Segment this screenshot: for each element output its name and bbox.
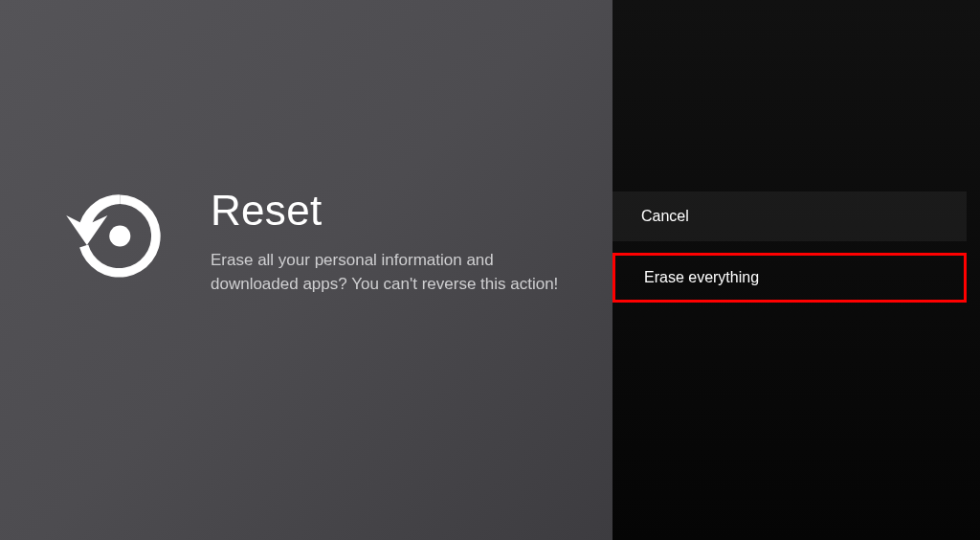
svg-point-0 [109, 225, 130, 246]
restore-icon [57, 179, 172, 294]
cancel-label: Cancel [641, 208, 689, 225]
page-title: Reset [211, 187, 574, 235]
options-list: Cancel Erase everything [612, 191, 967, 314]
erase-everything-button[interactable]: Erase everything [612, 253, 967, 303]
options-panel: Cancel Erase everything [612, 0, 980, 540]
text-content: Reset Erase all your personal informatio… [211, 179, 574, 297]
page-description: Erase all your personal information and … [211, 248, 574, 297]
info-panel: Reset Erase all your personal informatio… [0, 0, 612, 540]
cancel-button[interactable]: Cancel [612, 191, 967, 241]
content: Reset Erase all your personal informatio… [0, 179, 574, 297]
erase-label: Erase everything [644, 269, 759, 286]
